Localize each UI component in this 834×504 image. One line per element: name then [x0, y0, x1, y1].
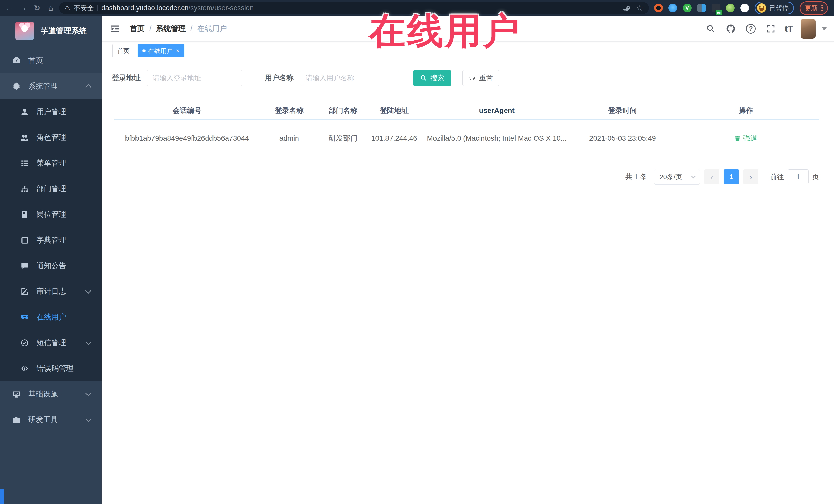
address-bar[interactable]: ⚠ 不安全 dashboard.yudao.iocoder.cn/system/… — [59, 2, 649, 14]
search-button[interactable]: 搜索 — [413, 70, 451, 86]
sidebar-item-role-management[interactable]: 角色管理 — [0, 125, 102, 150]
bookmark-star-icon[interactable]: ☆ — [636, 4, 644, 12]
cell-actions: 强退 — [673, 119, 819, 157]
sidebar-item-system-management[interactable]: 系统管理 — [0, 73, 102, 99]
monitor-icon — [12, 390, 21, 399]
browser-home-icon[interactable]: ⌂ — [45, 2, 57, 14]
search-icon[interactable] — [705, 23, 717, 35]
page-content: 登录地址 用户名称 搜索 重置 — [102, 60, 834, 504]
prev-page-button[interactable]: ‹ — [704, 169, 719, 184]
extension-icon[interactable]: en — [711, 4, 720, 12]
app-title: 芋道管理系统 — [41, 26, 87, 36]
page-size-select[interactable]: 20条/页 — [654, 169, 700, 184]
extension-icon[interactable]: V — [683, 4, 692, 12]
extension-icon[interactable] — [654, 4, 663, 12]
not-secure-label: 不安全 — [74, 4, 94, 13]
not-secure-warning-icon: ⚠ — [64, 4, 70, 12]
browser-forward-icon[interactable]: → — [18, 2, 29, 14]
total-count: 共 1 条 — [626, 172, 647, 181]
logo-image — [15, 22, 34, 40]
sidebar-item-dict-management[interactable]: 字典管理 — [0, 227, 102, 253]
fullscreen-icon[interactable] — [765, 23, 777, 35]
cell-login-time: 2021-05-03 23:05:49 — [572, 119, 673, 157]
online-users-icon — [20, 312, 29, 322]
reset-button[interactable]: 重置 — [462, 70, 499, 86]
browser-update-button[interactable]: 更新 — [799, 1, 828, 15]
profile-paused-badge[interactable]: 已暂停 — [755, 2, 794, 14]
system-submenu: 用户管理 角色管理 菜单管理 — [0, 99, 102, 381]
cell-dept-name: 研发部门 — [319, 119, 367, 157]
sidebar-scrollbar-thumb[interactable] — [0, 489, 4, 504]
chevron-up-icon — [85, 84, 91, 90]
force-logout-button[interactable]: 强退 — [734, 133, 757, 143]
code-icon — [20, 364, 29, 373]
col-session-id: 会话编号 — [114, 103, 260, 119]
breadcrumb-home[interactable]: 首页 — [130, 24, 145, 34]
sidebar-item-audit-log[interactable]: 审计日志 — [0, 279, 102, 304]
help-icon[interactable]: ? — [745, 23, 757, 35]
active-dot — [142, 49, 146, 52]
login-addr-input[interactable] — [147, 70, 242, 86]
tag-home[interactable]: 首页 — [112, 44, 134, 58]
update-label: 更新 — [805, 4, 818, 13]
user-name-input[interactable] — [300, 70, 399, 86]
chevron-down-icon[interactable] — [822, 27, 827, 30]
search-form: 登录地址 用户名称 搜索 重置 — [112, 70, 819, 86]
next-page-button[interactable]: › — [743, 169, 758, 184]
extension-icon[interactable] — [726, 4, 735, 12]
sidebar-item-user-management[interactable]: 用户管理 — [0, 99, 102, 125]
sidebar-item-home[interactable]: 首页 — [0, 48, 102, 73]
browser-back-icon[interactable]: ← — [4, 2, 15, 14]
screen: ← → ↻ ⌂ ⚠ 不安全 dashboard.yudao.iocoder.cn… — [0, 0, 834, 504]
cell-user-agent: Mozilla/5.0 (Macintosh; Intel Mac OS X 1… — [421, 119, 572, 157]
sidebar-item-infrastructure[interactable]: 基础设施 — [0, 381, 102, 407]
paused-label: 已暂停 — [769, 4, 789, 12]
col-dept-name: 部门名称 — [319, 103, 367, 119]
app-logo[interactable]: 芋道管理系统 — [0, 16, 102, 45]
extension-icon[interactable] — [740, 4, 749, 12]
cell-login-addr: 101.87.244.46 — [368, 119, 421, 157]
col-user-agent: userAgent — [421, 103, 572, 119]
password-key-icon[interactable] — [623, 4, 631, 12]
search-icon — [420, 74, 427, 82]
tag-online-users[interactable]: 在线用户 × — [137, 44, 184, 58]
users-icon — [20, 133, 29, 142]
edit-log-icon — [20, 287, 29, 296]
refresh-icon — [469, 74, 476, 82]
close-icon[interactable]: × — [176, 48, 179, 54]
org-tree-icon — [20, 184, 29, 194]
avatar[interactable] — [800, 19, 815, 39]
sidebar-item-post-management[interactable]: 岗位管理 — [0, 202, 102, 227]
extension-icon[interactable] — [697, 4, 706, 12]
url-host: dashboard.yudao.iocoder.cn — [101, 4, 188, 12]
sidebar-item-error-code-management[interactable]: 错误码管理 — [0, 356, 102, 381]
url-path: /system/user-session — [189, 4, 254, 12]
sidebar-toggle-icon[interactable] — [109, 23, 120, 35]
sidebar-item-dev-tools[interactable]: 研发工具 — [0, 407, 102, 433]
id-badge-icon — [20, 210, 29, 219]
cell-login-name: admin — [260, 119, 319, 157]
browser-reload-icon[interactable]: ↻ — [31, 2, 43, 14]
chevron-down-icon — [85, 339, 91, 345]
extension-area: V en 已暂停 更新 — [652, 1, 830, 15]
github-icon[interactable] — [725, 23, 737, 35]
text-size-icon[interactable]: tT — [785, 24, 793, 34]
browser-menu-icon[interactable] — [821, 5, 823, 11]
breadcrumb-system[interactable]: 系统管理 — [156, 24, 186, 34]
pagination: 共 1 条 20条/页 ‹ 1 › 前往 页 — [112, 169, 819, 184]
chevron-down-icon — [85, 390, 91, 396]
goto-page-input[interactable] — [788, 169, 809, 184]
dashboard-icon — [12, 56, 21, 65]
extension-icon[interactable] — [668, 4, 677, 12]
sidebar-item-sms-management[interactable]: 短信管理 — [0, 330, 102, 356]
chevron-down-icon — [85, 288, 91, 293]
sidebar: 芋道管理系统 首页 系统管理 — [0, 16, 102, 504]
breadcrumb-current: 在线用户 — [197, 24, 227, 34]
sidebar-item-online-users[interactable]: 在线用户 — [0, 304, 102, 330]
sidebar-item-menu-management[interactable]: 菜单管理 — [0, 150, 102, 176]
sidebar-item-department-management[interactable]: 部门管理 — [0, 176, 102, 202]
browser-toolbar: ← → ↻ ⌂ ⚠ 不安全 dashboard.yudao.iocoder.cn… — [0, 0, 834, 16]
page-1-button[interactable]: 1 — [724, 169, 739, 184]
sidebar-item-notice-announcement[interactable]: 通知公告 — [0, 253, 102, 279]
breadcrumb: 首页 / 系统管理 / 在线用户 — [130, 24, 227, 34]
